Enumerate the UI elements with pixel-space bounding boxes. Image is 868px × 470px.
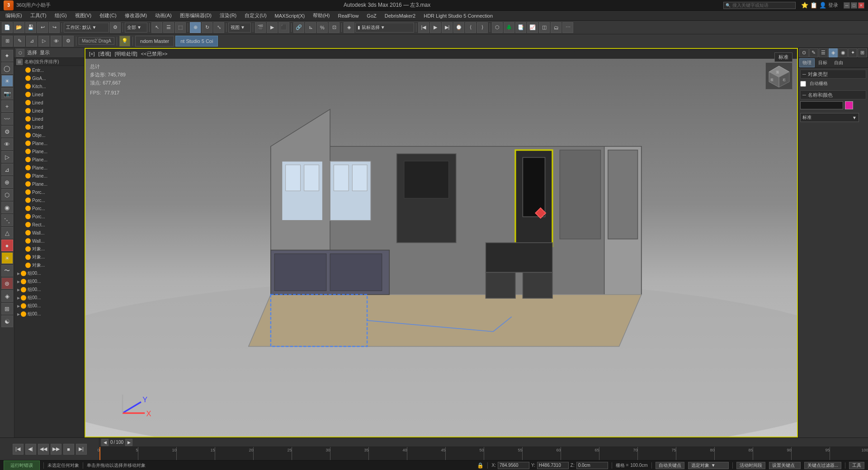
scene-item[interactable]: 对象... [14,253,84,261]
scene-item[interactable]: Obje... [14,131,84,139]
go-start[interactable]: |◀ [418,22,429,33]
menu-modifier[interactable]: 修改器(M) [121,11,151,20]
close-button[interactable]: ✕ [858,2,864,9]
tools-button[interactable]: 工具 [849,462,864,469]
modify-tab[interactable]: ✎ [14,36,25,47]
extra-9[interactable]: ⊛ [1,277,13,289]
viewport-3d[interactable]: Y X [+] [透视] [明暗处理] <<已禁用>> 总计 多边形: 745,… [85,48,798,437]
workspace-settings[interactable]: ⚙ [110,22,121,33]
spacewarps-panel[interactable]: 〰 [1,113,13,125]
tab-settings[interactable]: ⊞ [858,48,867,57]
extra-12[interactable]: ☯ [1,315,13,327]
select-rotate[interactable]: ↻ [202,22,212,33]
scene-item[interactable]: Porc... [14,212,84,221]
subtab-free[interactable]: 自由 [831,58,846,67]
select-filter[interactable]: 全部 ▼ [125,23,147,33]
menu-debrismaker[interactable]: DebrisMaker2 [381,12,419,19]
play-back-button[interactable]: ◀◀ [38,444,49,455]
schematic-view[interactable]: ◫ [539,22,550,33]
search-box[interactable]: 🔍 搜入关键字或短语 [723,2,796,9]
asset-browser[interactable]: 🗂 [551,22,561,33]
scene-item[interactable]: Lined [14,90,84,99]
go-end[interactable]: ▶| [442,22,453,33]
scene-item[interactable]: Kitch... [14,82,84,90]
scene-item[interactable]: ▶组00... [14,269,84,277]
menu-edit[interactable]: 编辑(E) [2,11,26,20]
extra-8[interactable]: 〜 [1,265,13,277]
expand-arrow-icon[interactable]: ▶ [16,287,21,292]
key-prev-button[interactable]: |◀ [13,444,24,455]
select-scale[interactable]: ⤡ [213,22,224,33]
scene-item[interactable]: Plane... [14,155,84,164]
tab-motion[interactable]: ◈ [829,48,838,57]
y-coord[interactable]: H486.7310 [537,462,569,469]
play-forward-button[interactable]: ▶▶ [51,444,61,455]
new-button[interactable]: 📄 [2,22,13,33]
extra-3[interactable]: ◉ [1,202,13,213]
key-mode[interactable]: ⌚ [453,22,464,33]
timeline-cursor[interactable] [99,447,100,460]
create-tab[interactable]: ⊞ [2,36,13,47]
material-editor[interactable]: ◈ [344,22,354,33]
menu-hdr[interactable]: HDR Light Studio 5 Connection [420,12,496,19]
redo-button[interactable]: ↪ [49,22,60,33]
timeline-bar[interactable]: 0510152025303540455055606570758085909510… [99,447,868,460]
select-tool[interactable]: ↖ [151,22,162,33]
subtab-physics[interactable]: 物理 [799,58,815,67]
tab-hierarchy[interactable]: ☰ [819,48,828,57]
more-tools[interactable]: ⋯ [562,22,573,33]
snap-toggle[interactable]: 🔗 [293,22,304,33]
shapes-panel[interactable]: ◯ [1,62,13,74]
object-name-input[interactable] [800,101,843,109]
workspace-dropdown[interactable]: 工作区: 默认 ▼ [64,23,109,33]
select-move[interactable]: ⊕ [190,22,201,33]
expand-arrow-icon[interactable]: ▶ [16,271,21,276]
scene-item[interactable]: Plane... [14,164,84,172]
scene-item[interactable]: Plane... [14,139,84,147]
motion-tab[interactable]: ▷ [38,36,49,47]
extra-1[interactable]: ⊕ [1,176,13,188]
scene-item[interactable]: Wall... [14,237,84,245]
systems-panel[interactable]: ⚙ [1,126,13,137]
scene-item[interactable]: Plane... [14,180,84,188]
viewport-render[interactable]: ⬛ [278,22,289,33]
expand-all[interactable]: ⊞ [16,59,23,65]
display-tab[interactable]: 👁 [51,36,61,47]
tab-utility[interactable]: ◉ [838,48,848,57]
scroll-left[interactable]: ◀ [101,439,108,446]
view-dropdown[interactable]: 视图 ▼ [228,23,251,33]
menu-realflow[interactable]: RealFlow [334,12,362,19]
create-panel[interactable]: ✦ [1,50,13,61]
key-next-button[interactable]: ◀| [25,444,36,455]
standard-dropdown[interactable]: 标准 ▼ [800,113,859,122]
scene-item[interactable]: Lined [14,123,84,131]
tab-random-master[interactable]: ndom Master [135,36,174,47]
expand-arrow-icon[interactable]: ▶ [16,304,21,308]
tab-asset[interactable]: ✦ [848,48,858,57]
tab-hdr-studio[interactable]: nt Studio 5 Coi [175,36,218,47]
expand-arrow-icon[interactable]: ▶ [16,279,21,284]
scene-item[interactable]: Porc... [14,204,84,212]
helpers-panel[interactable]: + [1,100,13,112]
scene-item[interactable]: Lined [14,99,84,107]
angle-snap[interactable]: ⊾ [305,22,316,33]
motion-options[interactable]: ▷ [1,151,13,163]
expand-arrow-icon[interactable]: ▶ [16,312,21,316]
scene-item[interactable]: ▶组00... [14,286,84,294]
scene-explorer[interactable]: 🌲 [504,22,514,33]
curve-editor[interactable]: 📈 [527,22,538,33]
prev-key[interactable]: ⟨ [465,22,476,33]
tab-display[interactable]: ⊙ [799,48,809,57]
scene-item[interactable]: Plane... [14,172,84,180]
scene-item[interactable]: 对象... [14,245,84,253]
next-key[interactable]: ⟩ [477,22,488,33]
extra-5[interactable]: △ [1,227,13,239]
menu-create[interactable]: 创建(C) [96,11,120,20]
maximize-button[interactable]: □ [851,2,857,9]
extra-6[interactable]: ● [1,240,13,251]
utility-tab[interactable]: ⚙ [63,36,74,47]
display-options[interactable]: 👁 [1,138,13,150]
extra-7[interactable]: ☀ [1,252,13,264]
menu-group[interactable]: 组(G) [51,11,71,20]
extra-4[interactable]: ⋱ [1,214,13,226]
